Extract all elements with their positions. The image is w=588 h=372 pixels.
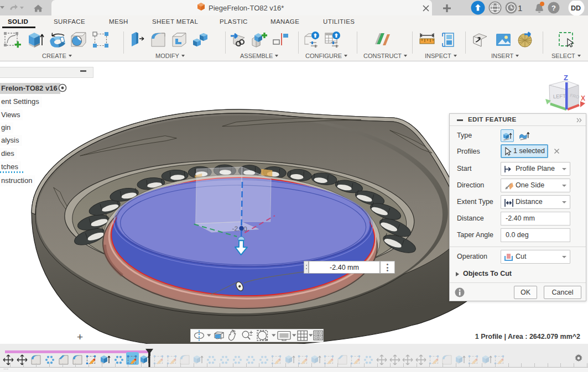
svg-text:DD: DD: [571, 4, 581, 12]
svg-text:Z: Z: [564, 74, 568, 82]
svg-text:1: 1: [518, 3, 522, 13]
svg-text:X: X: [581, 95, 585, 102]
svg-text:?: ?: [551, 4, 556, 12]
svg-text:LEFT: LEFT: [553, 93, 566, 99]
